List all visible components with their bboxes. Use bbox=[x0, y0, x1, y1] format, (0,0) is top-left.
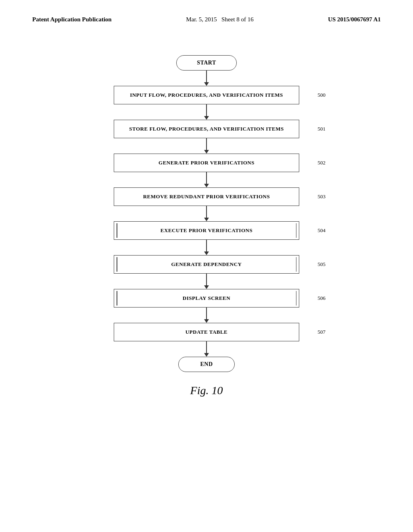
arrow-head bbox=[204, 285, 209, 289]
node-500: INPUT FLOW, PROCEDURES, AND VERIFICATION… bbox=[114, 86, 299, 104]
date-sheet-label: Mar. 5, 2015 Sheet 8 of 16 bbox=[186, 16, 254, 23]
node-503: REMOVE REDUNDANT PRIOR VERIFICATIONS bbox=[114, 187, 299, 206]
figure-caption: Fig. 10 bbox=[190, 384, 223, 397]
node-507: UPDATE TABLE bbox=[114, 323, 299, 341]
ref-507: ​507 bbox=[318, 329, 326, 335]
arrow-3 bbox=[204, 138, 209, 154]
ref-505: ​505 bbox=[318, 261, 326, 268]
arrow-head bbox=[204, 82, 209, 86]
arrow-5 bbox=[204, 206, 209, 221]
node-503-row: REMOVE REDUNDANT PRIOR VERIFICATIONS ​50… bbox=[0, 187, 413, 206]
node-501-row: STORE FLOW, PROCEDURES, AND VERIFICATION… bbox=[0, 120, 413, 138]
node-506: DISPLAY SCREEN bbox=[114, 289, 299, 308]
arrow-head bbox=[204, 184, 209, 187]
start-terminal: START bbox=[176, 55, 237, 71]
page-header: Patent Application Publication Mar. 5, 2… bbox=[0, 0, 413, 31]
ref-504: ​504 bbox=[318, 227, 326, 234]
start-node-row: START bbox=[0, 55, 413, 71]
end-terminal: END bbox=[178, 357, 235, 372]
arrow-7 bbox=[204, 274, 209, 289]
node-502-row: GENERATE PRIOR VERIFICATIONS ​502 bbox=[0, 154, 413, 172]
arrow-1 bbox=[204, 71, 209, 86]
arrow-9 bbox=[204, 341, 209, 357]
node-507-row: UPDATE TABLE ​507 bbox=[0, 323, 413, 341]
arrow-head bbox=[204, 251, 209, 255]
node-504: EXECUTE PRIOR VERIFICATIONS bbox=[114, 221, 299, 240]
node-505-row: GENERATE DEPENDENCY ​505 bbox=[0, 255, 413, 274]
arrow-line bbox=[206, 274, 207, 286]
arrow-head bbox=[204, 218, 209, 221]
arrow-2 bbox=[204, 104, 209, 120]
publication-label: Patent Application Publication bbox=[32, 16, 112, 23]
arrow-4 bbox=[204, 172, 209, 187]
arrow-line bbox=[206, 341, 207, 353]
ref-502: ​502 bbox=[318, 160, 326, 166]
arrow-line bbox=[206, 104, 207, 116]
node-505: GENERATE DEPENDENCY bbox=[114, 255, 299, 274]
arrow-8 bbox=[204, 308, 209, 323]
flowchart: START INPUT FLOW, PROCEDURES, AND VERIFI… bbox=[0, 31, 413, 397]
arrow-line bbox=[206, 172, 207, 184]
patent-number-label: US 2015/0067697 A1 bbox=[328, 16, 381, 23]
arrow-head bbox=[204, 116, 209, 120]
arrow-head bbox=[204, 150, 209, 154]
arrow-line bbox=[206, 240, 207, 252]
ref-500: ​500 bbox=[318, 92, 326, 98]
end-node-row: END bbox=[0, 357, 413, 372]
arrow-6 bbox=[204, 240, 209, 255]
arrow-head bbox=[204, 353, 209, 357]
arrow-line bbox=[206, 308, 207, 320]
arrow-line bbox=[206, 71, 207, 83]
ref-506: ​506 bbox=[318, 295, 326, 301]
node-506-row: DISPLAY SCREEN ​506 bbox=[0, 289, 413, 308]
node-504-row: EXECUTE PRIOR VERIFICATIONS ​504 bbox=[0, 221, 413, 240]
ref-503: ​503 bbox=[318, 193, 326, 200]
node-501: STORE FLOW, PROCEDURES, AND VERIFICATION… bbox=[114, 120, 299, 138]
arrow-line bbox=[206, 138, 207, 150]
node-502: GENERATE PRIOR VERIFICATIONS bbox=[114, 154, 299, 172]
arrow-head bbox=[204, 319, 209, 323]
arrow-line bbox=[206, 206, 207, 218]
node-500-row: INPUT FLOW, PROCEDURES, AND VERIFICATION… bbox=[0, 86, 413, 104]
ref-501: ​501 bbox=[318, 126, 326, 132]
